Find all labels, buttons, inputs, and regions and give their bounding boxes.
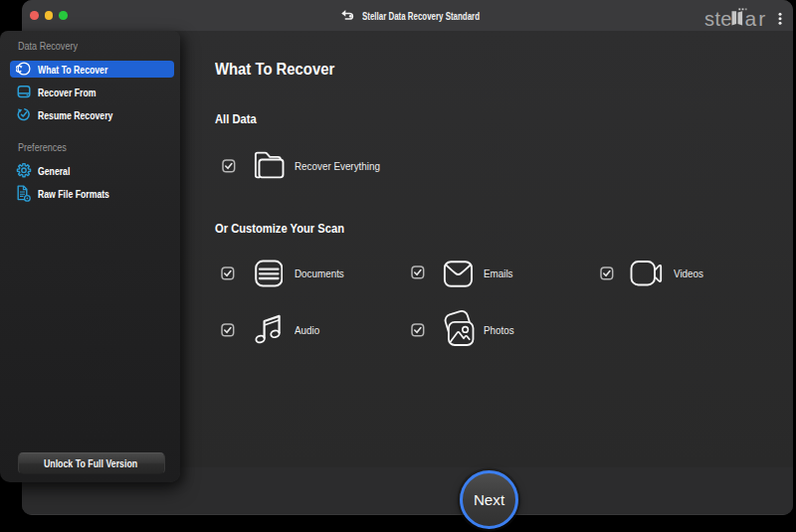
svg-text:ste: ste — [704, 8, 732, 30]
svg-text:ar: ar — [745, 7, 768, 30]
